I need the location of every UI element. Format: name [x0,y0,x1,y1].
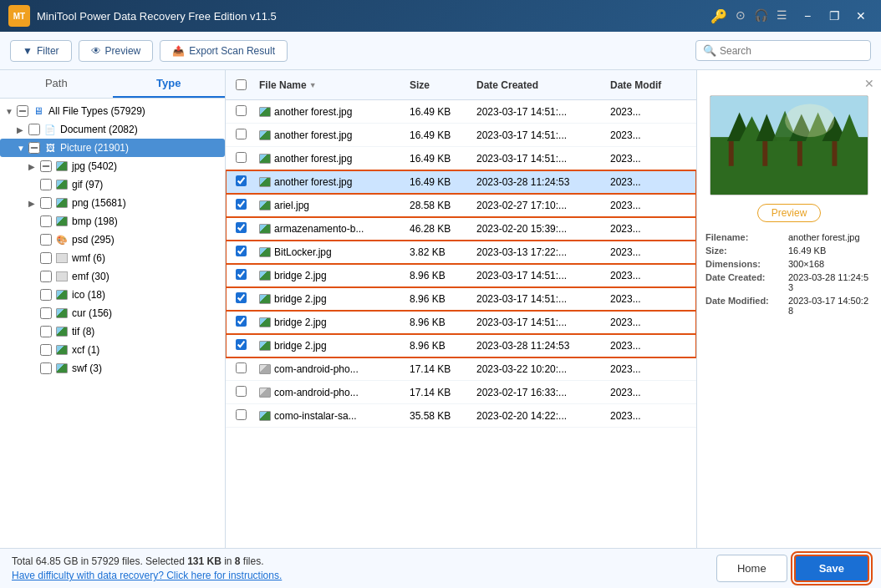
tree-label-ico: ico (18) [72,289,105,301]
headphone-icon[interactable]: 🎧 [754,8,768,24]
row-checkbox[interactable] [236,222,247,233]
row-checkbox[interactable] [236,362,247,373]
table-row[interactable]: bridge 2.jpg 8.96 KB 2023-03-28 11:24:53… [226,334,696,357]
row-checkbox[interactable] [236,409,247,420]
export-button[interactable]: 📤 Export Scan Result [160,40,288,62]
tree-item-png[interactable]: ▶ png (15681) [0,194,225,212]
tab-type[interactable]: Type [113,70,226,98]
row-checkbox[interactable] [236,269,247,280]
save-button[interactable]: Save [794,555,869,582]
file-panel: File Name ▼ Size Date Created Date Modif… [226,70,697,548]
statusbar: Total 64.85 GB in 57929 files. Selected … [0,548,881,588]
tree-item-gif[interactable]: ▶ gif (97) [0,175,225,194]
table-row[interactable]: como-instalar-sa... 35.58 KB 2023-02-20 … [226,404,696,428]
file-list-header: File Name ▼ Size Date Created Date Modif [226,70,696,100]
row-checkbox[interactable] [236,246,247,256]
checkbox-xcf[interactable] [40,344,52,356]
table-row[interactable]: ariel.jpg 28.58 KB 2023-02-27 17:10:... … [226,194,696,217]
table-row[interactable]: bridge 2.jpg 8.96 KB 2023-03-17 14:51:..… [226,311,696,334]
table-row[interactable]: another forest.jpg 16.49 KB 2023-03-28 1… [226,170,696,194]
table-row[interactable]: another forest.jpg 16.49 KB 2023-03-17 1… [226,124,696,147]
table-row[interactable]: BitLocker.jpg 3.82 KB 2023-03-13 17:22:.… [226,241,696,264]
row-checkbox[interactable] [236,339,247,350]
checkbox-emf[interactable] [40,271,52,282]
checkbox-ico[interactable] [40,289,52,301]
checkbox-document[interactable] [28,124,40,135]
table-row[interactable]: armazenamento-b... 46.28 KB 2023-02-20 1… [226,217,696,241]
header-size[interactable]: Size [406,79,473,91]
row-checkbox[interactable] [236,105,247,116]
tree-item-document[interactable]: ▶ 📄 Document (2082) [0,120,225,139]
checkbox-picture[interactable] [28,142,40,154]
close-button[interactable]: ✕ [849,6,873,26]
tree-item-psd[interactable]: ▶ 🎨 psd (295) [0,231,225,249]
checkbox-cur[interactable] [40,307,52,319]
circle-icon[interactable]: ⊙ [736,8,746,24]
row-checkbox[interactable] [236,292,247,303]
tif-icon [55,325,69,338]
tree-item-jpg[interactable]: ▶ jpg (5402) [0,157,225,175]
key-icon[interactable]: 🔑 [710,8,727,24]
preview-button[interactable]: 👁 Preview [79,40,154,62]
table-row[interactable]: bridge 2.jpg 8.96 KB 2023-03-17 14:51:..… [226,264,696,287]
tree-item-wmf[interactable]: ▶ wmf (6) [0,249,225,267]
row-checkbox[interactable] [236,316,247,327]
files-count-bold: 8 [235,555,241,567]
table-row[interactable]: com-android-pho... 17.14 KB 2023-03-22 1… [226,357,696,381]
tree-label-bmp: bmp (198) [72,215,118,227]
tree-item-tif[interactable]: ▶ tif (8) [0,322,225,341]
row-checkbox[interactable] [236,152,247,163]
checkbox-gif[interactable] [40,179,52,190]
minimize-button[interactable]: − [796,6,819,26]
preview-action-button[interactable]: Preview [757,204,822,222]
close-panel-icon[interactable]: ✕ [864,77,874,90]
checkbox-psd[interactable] [40,234,52,246]
row-checkbox[interactable] [236,129,247,139]
checkbox-bmp[interactable] [40,215,52,227]
tree-item-bmp[interactable]: ▶ bmp (198) [0,212,225,231]
checkbox-png[interactable] [40,197,52,209]
tree-item-picture[interactable]: ▼ 🖼 Picture (21901) [0,139,225,157]
tree-item-xcf[interactable]: ▶ xcf (1) [0,341,225,359]
tree-item-emf[interactable]: ▶ emf (30) [0,267,225,286]
menu-icon[interactable]: ☰ [777,8,787,24]
tree-label-png: png (15681) [72,197,126,209]
tree-item-ico[interactable]: ▶ ico (18) [0,286,225,304]
row-checkbox[interactable] [236,386,247,397]
arrow-icon: ▶ [28,199,40,208]
arrow-icon: ▼ [5,107,17,116]
tree-item-cur[interactable]: ▶ cur (156) [0,304,225,322]
forest-preview-svg [710,95,868,195]
png-icon [55,196,69,210]
search-input[interactable] [720,45,863,57]
header-date-created[interactable]: Date Created [473,79,607,91]
tab-path[interactable]: Path [0,70,113,98]
checkbox-tif[interactable] [40,326,52,337]
filter-button[interactable]: ▼ Filter [10,40,72,62]
tree-label-gif: gif (97) [72,179,103,190]
checkbox-swf[interactable] [40,362,52,374]
header-filename[interactable]: File Name ▼ [256,79,406,91]
checkbox-jpg[interactable] [40,160,52,172]
header-date-modified[interactable]: Date Modif [607,79,674,91]
checkbox-all[interactable] [17,105,28,117]
select-all-checkbox[interactable] [236,79,247,90]
home-button[interactable]: Home [716,555,787,582]
meta-date-created: Date Created: 2023-03-28 11:24:53 [705,272,873,292]
status-total: Total 64.85 GB in 57929 files. Selected … [12,555,282,567]
checkbox-wmf[interactable] [40,252,52,264]
help-link[interactable]: Have difficulty with data recovery? Clic… [12,570,282,581]
row-checkbox[interactable] [236,175,247,186]
table-row[interactable]: another forest.jpg 16.49 KB 2023-03-17 1… [226,100,696,124]
svg-point-10 [785,104,834,138]
restore-button[interactable]: ❐ [822,6,846,26]
tab-bar: Path Type [0,70,225,99]
file-type-tree: ▼ 🖥 All File Types (57929) ▶ 📄 Document … [0,99,225,548]
tree-label-document: Document (2082) [60,124,138,135]
table-row[interactable]: com-android-pho... 17.14 KB 2023-02-17 1… [226,381,696,404]
table-row[interactable]: bridge 2.jpg 8.96 KB 2023-03-17 14:51:..… [226,287,696,311]
row-checkbox[interactable] [236,199,247,210]
tree-item-all[interactable]: ▼ 🖥 All File Types (57929) [0,102,225,120]
tree-item-swf[interactable]: ▶ swf (3) [0,359,225,378]
table-row[interactable]: another forest.jpg 16.49 KB 2023-03-17 1… [226,147,696,170]
